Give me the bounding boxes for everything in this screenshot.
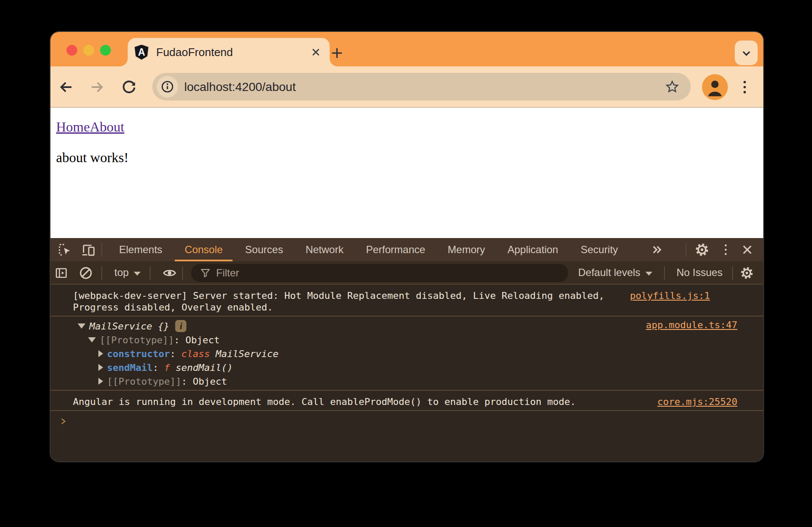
page-body-text: about works! — [56, 150, 763, 166]
angular-favicon-icon: A — [135, 45, 148, 60]
console-message-object: MailService {} i app.module.ts:47 [[Prot… — [50, 317, 763, 391]
source-link[interactable]: polyfills.js:1 — [630, 290, 710, 301]
devtools-tab-console[interactable]: Console — [173, 238, 234, 261]
devtools-tab-security[interactable]: Security — [570, 238, 629, 261]
browser-menu-button[interactable] — [738, 78, 751, 97]
tab-title: FudaoFrontend — [156, 46, 310, 59]
filter-funnel-icon — [200, 267, 211, 279]
devtools-menu-icon[interactable] — [717, 241, 735, 259]
object-log-header[interactable]: MailService {} i — [73, 319, 637, 333]
collapse-triangle-icon[interactable] — [98, 364, 103, 371]
forward-button[interactable] — [88, 78, 107, 97]
back-button[interactable] — [57, 78, 76, 97]
browser-nav-toolbar: localhost:4200/about — [50, 66, 763, 108]
divider — [150, 266, 151, 280]
filter-input[interactable] — [216, 267, 518, 279]
bookmark-star-icon[interactable] — [665, 79, 680, 94]
devtools-settings-gear-icon[interactable] — [693, 241, 711, 259]
chevron-down-icon — [134, 272, 141, 276]
tree-row-label: constructor: class MailService — [107, 348, 278, 360]
url-bar[interactable]: localhost:4200/about — [152, 73, 691, 100]
devtools-tabbar: ElementsConsoleSourcesNetworkPerformance… — [50, 238, 763, 261]
object-tree-row[interactable]: [[Prototype]]: Object — [73, 333, 737, 347]
live-expression-eye-icon[interactable] — [161, 264, 179, 282]
console-message-angular[interactable]: Angular is running in development mode. … — [50, 391, 763, 411]
minimize-window-button[interactable] — [83, 45, 94, 56]
expand-triangle-icon[interactable] — [78, 323, 85, 329]
devtools-tabs: ElementsConsoleSourcesNetworkPerformance… — [108, 238, 629, 261]
expand-triangle-icon[interactable] — [88, 337, 96, 342]
devtools-tab-network[interactable]: Network — [294, 238, 355, 261]
divider — [101, 243, 102, 257]
source-link[interactable]: app.module.ts:47 — [646, 319, 737, 331]
divider — [664, 266, 665, 280]
devtools-tab-memory[interactable]: Memory — [437, 238, 497, 261]
console-prompt[interactable] — [50, 411, 763, 430]
divider — [686, 243, 686, 257]
tree-row-label: sendMail: f sendMail() — [107, 362, 233, 373]
tab-search-chevron-button[interactable] — [735, 41, 758, 65]
object-preview: MailService {} — [89, 320, 169, 332]
reload-button[interactable] — [120, 78, 138, 97]
traffic-lights — [66, 45, 111, 56]
console-messages: [webpack-dev-server] Server started: Hot… — [50, 285, 763, 461]
url-text[interactable]: localhost:4200/about — [184, 80, 296, 94]
devtools-close-icon[interactable] — [738, 241, 756, 259]
console-sidebar-icon[interactable] — [52, 264, 70, 282]
source-link[interactable]: core.mjs:25520 — [658, 396, 737, 408]
log-levels-dropdown[interactable]: Default levels — [578, 261, 652, 284]
console-toolbar: top Default levels No Issues — [50, 261, 763, 285]
page-content: HomeAbout about works! — [50, 108, 763, 238]
inspect-element-icon[interactable] — [56, 241, 74, 259]
clear-console-icon[interactable] — [77, 264, 95, 282]
console-filter[interactable] — [191, 264, 568, 282]
browser-window: A FudaoFrontend — [50, 32, 763, 461]
chevron-down-icon — [645, 272, 652, 276]
divider — [182, 266, 183, 280]
tree-row-label: [[Prototype]]: Object — [100, 334, 220, 346]
divider — [732, 266, 733, 280]
window-titlebar[interactable]: A FudaoFrontend — [50, 32, 763, 66]
page-nav-links: HomeAbout — [56, 119, 763, 135]
browser-tab[interactable]: A FudaoFrontend — [128, 38, 330, 66]
console-message-webpack[interactable]: [webpack-dev-server] Server started: Hot… — [50, 285, 763, 317]
profile-avatar[interactable] — [702, 74, 728, 100]
tab-close-icon[interactable] — [310, 46, 322, 58]
collapse-triangle-icon[interactable] — [98, 378, 103, 385]
page-link-home[interactable]: Home — [56, 119, 90, 135]
context-selector[interactable]: top — [114, 261, 141, 284]
devtools-tab-application[interactable]: Application — [496, 238, 569, 261]
device-toolbar-icon[interactable] — [79, 241, 98, 259]
page-link-about[interactable]: About — [90, 119, 124, 135]
new-tab-button[interactable] — [327, 43, 347, 63]
prompt-chevron-icon — [59, 416, 68, 427]
object-tree-row[interactable]: [[Prototype]]: Object — [73, 374, 737, 388]
devtools-panel: ElementsConsoleSourcesNetworkPerformance… — [50, 238, 763, 461]
more-tabs-icon[interactable] — [648, 241, 666, 259]
collapse-triangle-icon[interactable] — [98, 350, 103, 357]
info-badge-icon[interactable]: i — [175, 320, 186, 332]
devtools-tab-performance[interactable]: Performance — [355, 238, 436, 261]
close-window-button[interactable] — [66, 45, 77, 56]
divider — [101, 266, 102, 280]
devtools-tab-sources[interactable]: Sources — [234, 238, 294, 261]
zoom-window-button[interactable] — [100, 45, 111, 56]
object-tree-row[interactable]: sendMail: f sendMail() — [73, 361, 737, 374]
site-info-button[interactable] — [157, 76, 178, 97]
issues-counter[interactable]: No Issues — [677, 261, 723, 284]
tree-row-label: [[Prototype]]: Object — [107, 376, 227, 387]
object-tree-row[interactable]: constructor: class MailService — [73, 347, 737, 361]
console-settings-gear-icon[interactable] — [738, 264, 756, 282]
devtools-tab-elements[interactable]: Elements — [108, 238, 173, 261]
